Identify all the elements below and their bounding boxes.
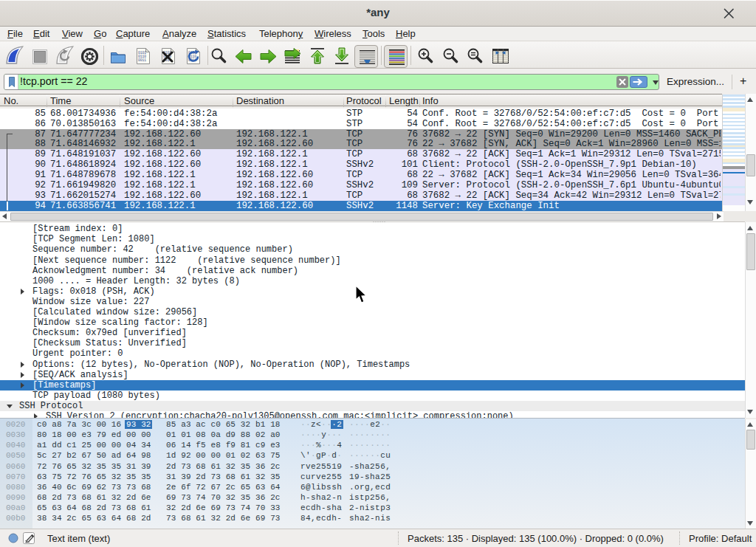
svg-text:0011: 0011 bbox=[138, 58, 146, 62]
